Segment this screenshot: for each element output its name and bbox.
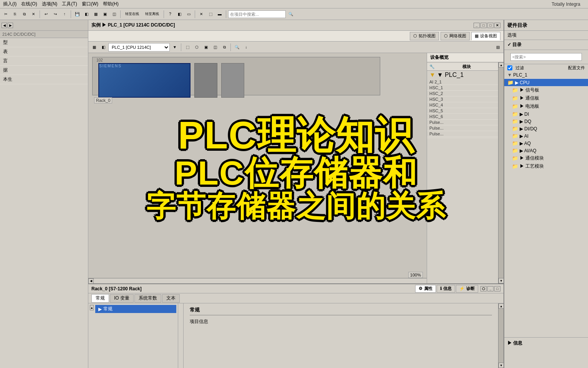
device-btn4[interactable]: ◫: [211, 43, 219, 52]
toolbar-btn-undo[interactable]: ↩: [42, 10, 50, 18]
toolbar-btn-1[interactable]: ✂: [2, 10, 10, 18]
win-close-btn[interactable]: ✕: [494, 23, 500, 28]
overview-scrollbar-v[interactable]: ▲ ▼: [498, 62, 504, 283]
bottom-panel-float[interactable]: ⬡: [480, 286, 487, 291]
plc1-item[interactable]: ▼ ▼ PLC_1: [427, 71, 504, 79]
bottom-nav-general[interactable]: ▶ 常规: [95, 305, 176, 313]
project-search-input[interactable]: [228, 10, 286, 18]
device-zoom-down[interactable]: ↓: [242, 43, 250, 52]
tab-device[interactable]: ▦ 设备视图: [471, 32, 500, 40]
catalog-item-cpu[interactable]: 📁 ▶ CPU: [504, 79, 588, 86]
left-item-data[interactable]: 据: [0, 66, 88, 75]
hsc-3[interactable]: HSC_4: [427, 102, 504, 108]
device-view-btn[interactable]: ▦: [90, 43, 98, 52]
bottom-tab-general[interactable]: 常规: [91, 294, 109, 303]
toolbar-btn-goto-online[interactable]: 转至在线: [123, 10, 142, 18]
bottom-tab-sysconst[interactable]: 系统常数: [134, 294, 161, 303]
toolbar-btn-up[interactable]: ↑: [60, 10, 69, 18]
filter-checkbox[interactable]: [507, 65, 512, 70]
toolbar-btn-redo[interactable]: ↪: [51, 10, 60, 18]
pulse-2[interactable]: Pulse...: [427, 131, 504, 137]
catalog-item-didq[interactable]: 📁 ▶ DI/DQ: [504, 125, 588, 132]
panel-collapse-btn[interactable]: ◀: [2, 23, 7, 28]
bottom-sv-up[interactable]: ▲: [499, 303, 504, 309]
hsc-6[interactable]: Pulse...: [427, 120, 504, 125]
device-btn1[interactable]: ⬚: [183, 43, 192, 52]
left-item-lang[interactable]: 言: [0, 57, 88, 66]
bottom-scroll-up[interactable]: ▲: [90, 305, 94, 310]
toolbar-btn-9[interactable]: ◧: [175, 10, 184, 18]
left-item-type[interactable]: 型: [0, 38, 88, 47]
search-button[interactable]: 🔍: [287, 10, 295, 18]
hsc-2[interactable]: HSC_3: [427, 97, 504, 102]
win-maximize-btn[interactable]: □: [487, 23, 494, 28]
catalog-item-aiaq[interactable]: 📁 ▶ AI/AQ: [504, 147, 588, 154]
catalog-item-signalboard[interactable]: 📁 ▶ 信号板: [504, 86, 588, 94]
toolbar-btn-close[interactable]: ✕: [29, 10, 38, 18]
catalog-item-dq[interactable]: 📁 ▶ DQ: [504, 118, 588, 125]
menu-insert[interactable]: 插入(I): [3, 1, 17, 7]
bottom-panel-min[interactable]: _: [487, 286, 494, 291]
pulse-1[interactable]: Pulse...: [427, 125, 504, 131]
catalog-search-input[interactable]: [510, 53, 582, 61]
toolbar-btn-split-v[interactable]: ▬: [215, 10, 224, 18]
device-zoom-btn[interactable]: 🔍: [233, 43, 241, 52]
device-expand-btn[interactable]: ▼: [171, 43, 179, 52]
toolbar-btn-5[interactable]: ▦: [91, 10, 100, 18]
prop-tab-attributes[interactable]: ⚙ 属性: [415, 285, 436, 293]
hsc-5[interactable]: HSC_6: [427, 114, 504, 120]
left-item-table[interactable]: 表: [0, 47, 88, 57]
menu-options[interactable]: 选项(N): [42, 1, 58, 7]
toolbar-btn-split-h[interactable]: ⬚: [206, 10, 215, 18]
bottom-scroll-left[interactable]: ▲: [88, 303, 94, 368]
pulse-3[interactable]: [427, 137, 504, 138]
panel-expand-btn[interactable]: ▶: [8, 23, 13, 28]
device-overview-toggle[interactable]: ▤: [494, 43, 502, 52]
device-btn3[interactable]: ▣: [202, 43, 210, 52]
hsc-di[interactable]: AI 2_1: [427, 79, 504, 85]
tab-topology[interactable]: ⬡ 拓扑视图: [410, 32, 439, 40]
bottom-panel-max[interactable]: □: [494, 286, 500, 291]
catalog-item-commod[interactable]: 📁 ▶ 通信模块: [504, 154, 588, 162]
ov-scroll-down[interactable]: ▼: [499, 278, 504, 283]
ov-scroll-up[interactable]: ▲: [499, 62, 504, 68]
device-view-btn2[interactable]: ◧: [99, 43, 108, 52]
toolbar-btn-7[interactable]: ◫: [110, 10, 118, 18]
catalog-item-comboard[interactable]: 📁 ▶ 通信板: [504, 94, 588, 102]
device-btn5[interactable]: ⧉: [220, 43, 229, 52]
hsc-4[interactable]: HSC_5: [427, 108, 504, 114]
bottom-tab-text[interactable]: 文本: [162, 294, 180, 303]
toolbar-btn-8[interactable]: ?: [166, 10, 174, 18]
menu-online[interactable]: 在线(O): [21, 1, 37, 7]
left-item-gen[interactable]: 本生: [0, 75, 88, 84]
win-restore-btn[interactable]: □: [480, 23, 487, 28]
toolbar-btn-10[interactable]: ▭: [184, 10, 193, 18]
toolbar-btn-4[interactable]: ◧: [82, 10, 91, 18]
toolbar-btn-3[interactable]: ⧉: [20, 10, 28, 18]
toolbar-btn-2[interactable]: ⎘: [11, 10, 19, 18]
device-btn2[interactable]: ⬡: [192, 43, 201, 52]
menu-window[interactable]: 窗口(W): [82, 1, 98, 7]
catalog-item-ai[interactable]: 📁 ▶ AI: [504, 132, 588, 140]
catalog-item-aq[interactable]: 📁 ▶ AQ: [504, 140, 588, 147]
toolbar-btn-6[interactable]: ▣: [101, 10, 109, 18]
catalog-item-di[interactable]: 📁 ▶ DI: [504, 110, 588, 118]
device-select[interactable]: PLC_1 [CPU 1214C]: [108, 43, 170, 52]
bottom-sv-down[interactable]: ▼: [499, 363, 504, 368]
plc1-tree-item[interactable]: ▼ PLC_1: [504, 72, 588, 79]
hsc-ai[interactable]: HSC_1: [427, 85, 504, 91]
tab-network[interactable]: ⬡ 网络视图: [441, 32, 470, 40]
bottom-scrollbar-v[interactable]: ▲ ▼: [498, 303, 504, 368]
catalog-item-battery[interactable]: 📁 ▶ 电池板: [504, 102, 588, 110]
win-minimize-btn[interactable]: _: [474, 23, 480, 28]
hsc-1[interactable]: HSC_2: [427, 91, 504, 97]
menu-tools[interactable]: 工具(T): [62, 1, 77, 7]
toolbar-btn-x[interactable]: ✕: [197, 10, 205, 18]
prop-tab-info[interactable]: ℹ 信息: [437, 285, 455, 293]
scroll-left-btn[interactable]: ◀: [88, 278, 94, 284]
prop-tab-diag[interactable]: ⚡ 诊断: [456, 285, 478, 293]
menu-help[interactable]: 帮助(H): [103, 1, 119, 7]
catalog-item-techmod[interactable]: 📁 ▶ 工艺模块: [504, 162, 588, 170]
toolbar-btn-save[interactable]: 💾: [73, 10, 81, 18]
toolbar-btn-goto-offline[interactable]: 转至离线: [142, 10, 162, 18]
